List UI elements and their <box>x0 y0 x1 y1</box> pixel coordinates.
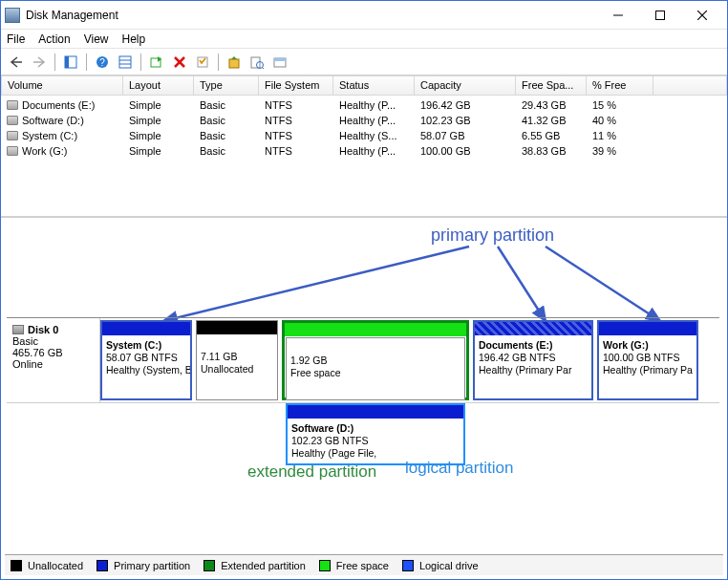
back-button[interactable] <box>7 53 26 72</box>
volume-row[interactable]: Software (D:) Simple Basic NTFS Healthy … <box>1 113 727 128</box>
action-button-3[interactable] <box>270 53 289 72</box>
volume-type: Basic <box>194 129 259 142</box>
partition-documents[interactable]: Documents (E:) 196.42 GB NTFS Healthy (P… <box>473 320 593 400</box>
menu-help[interactable]: Help <box>122 32 146 46</box>
disk-type: Basic <box>12 335 94 347</box>
volume-type: Basic <box>194 144 259 158</box>
partition-unallocated[interactable]: 7.11 GB Unallocated <box>196 320 278 400</box>
menu-view[interactable]: View <box>84 32 109 46</box>
partition-title: Documents (E:) <box>479 339 588 352</box>
column-header-pctfree[interactable]: % Free <box>587 75 653 96</box>
legend: Unallocated Primary partition Extended p… <box>5 554 723 575</box>
menubar: File Action View Help <box>1 30 727 49</box>
volume-capacity: 100.00 GB <box>415 144 516 158</box>
partition-status: Healthy (Primary Par <box>479 364 588 376</box>
volume-list-body: Documents (E:) Simple Basic NTFS Healthy… <box>1 96 727 216</box>
svg-rect-15 <box>229 59 239 68</box>
partition-status: Free space <box>290 367 460 379</box>
delete-button[interactable] <box>170 53 189 72</box>
refresh-button[interactable] <box>147 53 166 72</box>
partition-title: Software (D:) <box>291 422 460 435</box>
svg-line-18 <box>262 67 264 69</box>
annotation-primary: primary partition <box>431 226 554 246</box>
volume-layout: Simple <box>123 114 194 127</box>
partition-header <box>288 405 463 419</box>
disk-info[interactable]: Disk 0 Basic 465.76 GB Online <box>7 318 100 402</box>
svg-line-23 <box>546 247 660 321</box>
menu-file[interactable]: File <box>7 32 25 46</box>
annotation-extended: extended partition <box>247 462 376 482</box>
drive-icon <box>7 116 18 125</box>
partition-size: 100.00 GB NTFS <box>603 352 693 364</box>
volume-row[interactable]: System (C:) Simple Basic NTFS Healthy (S… <box>1 128 727 143</box>
forward-button[interactable] <box>30 53 49 72</box>
partition-work[interactable]: Work (G:) 100.00 GB NTFS Healthy (Primar… <box>597 320 698 400</box>
volume-fs: NTFS <box>259 114 333 127</box>
column-header-layout[interactable]: Layout <box>123 75 194 96</box>
svg-rect-5 <box>65 56 69 68</box>
partition-size: 7.11 GB <box>201 351 273 363</box>
legend-free: Free space <box>336 560 389 571</box>
legend-swatch-extended <box>203 560 215 571</box>
action-button-1[interactable] <box>225 53 244 72</box>
legend-logical: Logical drive <box>419 560 479 571</box>
volume-pct: 15 % <box>587 98 653 112</box>
partition-freespace[interactable]: 1.92 GB Free space <box>286 337 465 400</box>
legend-extended: Extended partition <box>221 560 306 571</box>
svg-line-21 <box>163 247 469 321</box>
volume-fs: NTFS <box>259 144 333 158</box>
column-header-status[interactable]: Status <box>333 75 415 96</box>
disk-graphical-pane: primary partition Disk 0 Basic 465.76 GB… <box>1 217 727 513</box>
app-icon <box>5 8 20 23</box>
volume-name: Software (D:) <box>22 115 84 126</box>
action-button-2[interactable] <box>247 53 267 72</box>
volume-row[interactable]: Documents (E:) Simple Basic NTFS Healthy… <box>1 97 727 113</box>
column-header-volume[interactable]: Volume <box>1 75 123 96</box>
volume-name: Documents (E:) <box>22 99 95 111</box>
volume-type: Basic <box>194 98 259 112</box>
volume-row[interactable]: Work (G:) Simple Basic NTFS Healthy (P..… <box>1 143 727 159</box>
volume-name: Work (G:) <box>22 145 67 157</box>
partition-status: Unallocated <box>201 363 273 376</box>
disk-size: 465.76 GB <box>12 347 94 358</box>
maximize-button[interactable] <box>639 2 681 29</box>
annotation-logical: logical partition <box>405 459 513 478</box>
volume-type: Basic <box>194 114 259 127</box>
volume-status: Healthy (P... <box>333 98 415 112</box>
minimize-button[interactable] <box>597 2 639 29</box>
partition-extended[interactable]: 1.92 GB Free space Software (D:) 102.23 … <box>282 320 469 400</box>
legend-unallocated: Unallocated <box>28 560 83 571</box>
column-header-free[interactable]: Free Spa... <box>516 75 587 96</box>
show-hide-tree-button[interactable] <box>61 53 80 72</box>
column-header-filesystem[interactable]: File System <box>259 75 333 96</box>
partition-software[interactable]: Software (D:) 102.23 GB NTFS Healthy (Pa… <box>286 403 465 465</box>
separator <box>86 54 87 71</box>
column-header-spacer <box>653 75 727 96</box>
properties-button[interactable] <box>193 53 212 72</box>
menu-action[interactable]: Action <box>38 32 70 46</box>
window-controls <box>597 2 723 29</box>
svg-rect-20 <box>274 58 286 61</box>
volume-free: 38.83 GB <box>516 144 587 158</box>
partition-system[interactable]: System (C:) 58.07 GB NTFS Healthy (Syste… <box>100 320 192 400</box>
volume-capacity: 196.42 GB <box>415 98 516 112</box>
disk-row: Disk 0 Basic 465.76 GB Online System (C:… <box>7 317 719 403</box>
settings-button[interactable] <box>116 53 135 72</box>
partition-size: 1.92 GB <box>290 354 460 367</box>
volume-fs: NTFS <box>259 98 333 112</box>
disk-icon <box>12 325 24 334</box>
volume-layout: Simple <box>123 144 194 158</box>
column-header-type[interactable]: Type <box>194 75 259 96</box>
volume-free: 6.55 GB <box>516 129 587 142</box>
volume-capacity: 102.23 GB <box>415 114 516 127</box>
partition-header <box>102 322 190 335</box>
help-button[interactable]: ? <box>93 53 112 72</box>
partition-size: 102.23 GB NTFS <box>291 435 460 447</box>
partition-map: System (C:) 58.07 GB NTFS Healthy (Syste… <box>100 318 719 402</box>
partition-size: 196.42 GB NTFS <box>479 352 588 364</box>
drive-icon <box>7 100 18 110</box>
volume-free: 29.43 GB <box>516 98 587 112</box>
volume-pct: 40 % <box>587 114 653 127</box>
close-button[interactable] <box>681 2 723 29</box>
column-header-capacity[interactable]: Capacity <box>415 75 516 96</box>
